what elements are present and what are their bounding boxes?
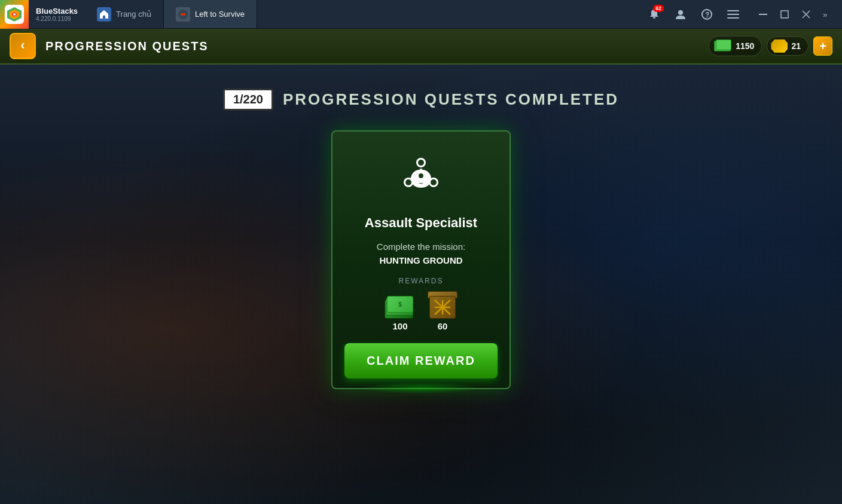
bs-logo-inner	[5, 5, 24, 24]
claim-reward-button[interactable]: CLAIM REWARD	[344, 343, 498, 378]
quest-mission-description: Complete the mission: HUNTING GROUND	[377, 240, 465, 267]
tab-game-label: Left to Survive	[195, 10, 245, 19]
svg-rect-6	[181, 13, 185, 16]
app-version: 4.220.0.1109	[36, 16, 78, 22]
reward-cash: $ 100	[385, 295, 416, 331]
add-currency-button[interactable]: +	[813, 36, 832, 56]
cash-reward-amount: 100	[392, 321, 407, 331]
rewards-section: REWARDS $ 100	[344, 277, 498, 331]
window-controls: »	[753, 5, 837, 24]
svg-text:?: ?	[705, 11, 709, 19]
crate-reward-amount: 60	[438, 321, 448, 331]
quest-mission-name: HUNTING GROUND	[379, 255, 462, 265]
biohazard-icon	[391, 146, 451, 206]
quest-completion-label: PROGRESSION QUESTS COMPLETED	[283, 90, 619, 109]
svg-point-24	[405, 179, 411, 185]
help-button[interactable]: ?	[696, 4, 718, 25]
back-chevron-icon: ‹	[20, 39, 25, 52]
svg-rect-14	[759, 14, 767, 15]
svg-rect-11	[727, 10, 739, 11]
cash-value: 1150	[736, 41, 754, 51]
cash-reward-icon: $	[385, 295, 416, 319]
tab-bar: Trang chủ Left to Survive	[85, 0, 643, 28]
gold-currency: 21	[767, 36, 809, 56]
rewards-row: $ 100	[385, 291, 457, 331]
card-glow	[361, 382, 481, 394]
expand-button[interactable]: »	[818, 5, 837, 24]
currency-bar: 1150 21 +	[709, 36, 832, 56]
svg-point-22	[418, 160, 424, 166]
game-area: 1/220 PROGRESSION QUESTS COMPLETED	[0, 65, 842, 504]
svg-point-8	[678, 10, 683, 15]
svg-rect-7	[653, 17, 655, 19]
account-button[interactable]	[670, 4, 691, 25]
svg-text:»: »	[823, 10, 827, 19]
svg-rect-12	[727, 14, 739, 15]
page-title: PROGRESSION QUESTS	[45, 39, 709, 53]
tab-home-label: Trang chủ	[116, 10, 151, 19]
titlebar-right: 62 ?	[643, 4, 842, 25]
cash-stack-visual	[714, 41, 731, 51]
rewards-label: REWARDS	[399, 277, 444, 285]
minimize-button[interactable]	[753, 5, 773, 24]
bluestacks-name: BlueStacks 4.220.0.1109	[29, 7, 85, 22]
gold-icon	[771, 39, 788, 53]
close-button[interactable]	[797, 5, 816, 24]
tab-home[interactable]: Trang chủ	[85, 0, 164, 28]
svg-rect-13	[727, 17, 739, 19]
game-tab-icon	[176, 7, 190, 22]
maximize-button[interactable]	[775, 5, 794, 24]
notification-badge: 62	[653, 5, 664, 12]
app-title: BlueStacks	[36, 7, 78, 16]
quest-count-badge: 1/220	[223, 88, 273, 111]
menu-button[interactable]	[722, 4, 744, 25]
crate-body	[429, 296, 456, 319]
quest-current: 1	[233, 93, 240, 106]
notification-button[interactable]: 62	[643, 4, 665, 25]
titlebar: BlueStacks 4.220.0.1109 Trang chủ Left t…	[0, 0, 842, 29]
svg-point-26	[431, 179, 437, 185]
bluestacks-logo	[0, 0, 29, 29]
crate-reward-icon	[428, 291, 457, 319]
quest-header: 1/220 PROGRESSION QUESTS COMPLETED	[0, 88, 842, 111]
game-header: ‹ PROGRESSION QUESTS 1150 21 +	[0, 29, 842, 65]
cash-icon	[713, 39, 732, 53]
reward-crate: 60	[428, 291, 457, 331]
home-tab-icon	[97, 7, 111, 22]
gold-value: 21	[791, 41, 801, 51]
back-button[interactable]: ‹	[10, 33, 36, 59]
svg-rect-15	[781, 11, 788, 18]
quest-name: Assault Specialist	[365, 215, 477, 231]
quest-card: Assault Specialist Complete the mission:…	[331, 130, 511, 389]
cash-currency: 1150	[709, 36, 762, 56]
quest-total: 220	[243, 93, 263, 106]
tab-game[interactable]: Left to Survive	[164, 0, 257, 28]
quest-mission-text: Complete the mission:	[377, 242, 465, 252]
svg-point-28	[419, 173, 423, 178]
